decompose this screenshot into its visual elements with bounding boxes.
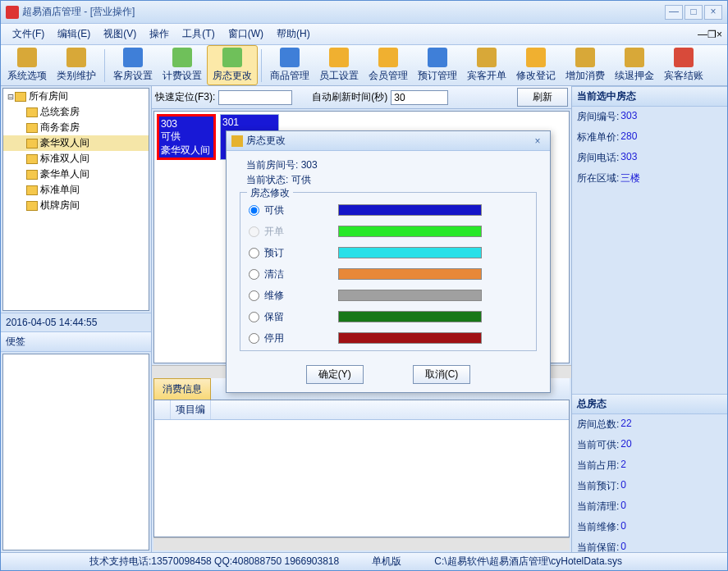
app-title: 超易酒店管理 - [营业操作] <box>22 5 135 19</box>
grid-scrollbar[interactable] <box>153 537 570 550</box>
room-card-selected[interactable]: 303 可供 豪华双人间 <box>157 114 216 160</box>
toolbar-1[interactable]: 类别维护 <box>52 46 101 85</box>
mdi-close-button[interactable]: × <box>717 29 722 40</box>
status-radio[interactable] <box>249 205 259 216</box>
dialog-close-button[interactable]: × <box>530 135 545 147</box>
status-option-5[interactable]: 保留 <box>249 306 528 327</box>
room-tree[interactable]: ⊟ 所有房间 总统套房商务套房豪华双人间标准双人间豪华单人间标准单间棋牌房间 <box>2 88 149 311</box>
status-option-6[interactable]: 停用 <box>249 327 528 349</box>
toolbar-0[interactable]: 系统选项 <box>2 46 52 85</box>
auto-refresh-input[interactable] <box>391 90 448 105</box>
dialog-icon <box>231 135 243 147</box>
folder-icon <box>26 107 38 117</box>
tree-node[interactable]: 豪华双人间 <box>3 135 149 151</box>
tree-node[interactable]: 豪华单人间 <box>3 167 149 182</box>
color-swatch <box>338 226 482 237</box>
menu-edit[interactable]: 编辑(E) <box>51 25 97 43</box>
grid-col-0: 项目编 <box>171 400 211 419</box>
toolbar-12[interactable]: 续退押金 <box>610 46 659 85</box>
toolbar-2[interactable]: 客房设置 <box>108 46 158 85</box>
status-option-0[interactable]: 可供 <box>249 199 528 221</box>
tree-root[interactable]: ⊟ 所有房间 <box>3 89 149 104</box>
status-radio[interactable] <box>249 248 259 258</box>
toolbar-10[interactable]: 修改登记 <box>511 46 561 85</box>
right-panel: 当前选中房态 房间编号:303标准单价:280房间电话:303所在区域:三楼 总… <box>571 86 727 552</box>
folder-icon <box>26 170 38 180</box>
menu-tools[interactable]: 工具(T) <box>176 25 221 43</box>
status-path: C:\超易软件\超易酒店管理\cyHotelData.sys <box>434 555 622 569</box>
toolbar-icon <box>575 48 595 67</box>
dialog-ok-button[interactable]: 确定(Y) <box>306 365 364 384</box>
left-panel: ⊟ 所有房间 总统套房商务套房豪华双人间标准双人间豪华单人间标准单间棋牌房间 2… <box>1 86 152 552</box>
status-mode: 单机版 <box>372 555 401 569</box>
total-row: 当前占用:2 <box>572 455 727 476</box>
status-option-1: 开单 <box>249 221 528 242</box>
toolbar-11[interactable]: 增加消费 <box>561 46 610 85</box>
info-row: 房间电话:303 <box>572 148 727 168</box>
status-option-4[interactable]: 维修 <box>249 285 528 306</box>
toolbar-13[interactable]: 宾客结账 <box>659 46 708 85</box>
color-swatch <box>338 290 482 301</box>
tree-node[interactable]: 总统套房 <box>3 104 149 120</box>
minimize-button[interactable]: — <box>665 5 683 20</box>
mdi-restore-button[interactable]: ❐ <box>707 29 717 40</box>
folder-icon <box>26 139 38 148</box>
timestamp: 2016-04-05 14:44:55 <box>1 313 151 331</box>
refresh-button[interactable]: 刷新 <box>517 88 568 107</box>
menu-file[interactable]: 文件(F) <box>6 25 51 43</box>
quick-locate-input[interactable] <box>218 90 292 105</box>
status-radio[interactable] <box>249 290 259 301</box>
note-area[interactable] <box>2 354 149 550</box>
toolbar-7[interactable]: 会员管理 <box>364 46 413 85</box>
toolbar-icon <box>477 48 497 67</box>
toolbar-icon <box>172 48 192 67</box>
status-option-3[interactable]: 清洁 <box>249 263 528 285</box>
info-row: 房间编号:303 <box>572 107 727 127</box>
toolbar-5[interactable]: 商品管理 <box>265 46 314 85</box>
toolbar-6[interactable]: 员工设置 <box>314 46 364 85</box>
mdi-minimize-button[interactable]: — <box>698 29 707 40</box>
maximize-button[interactable]: □ <box>685 5 703 20</box>
app-icon <box>6 6 19 19</box>
toolbar-4[interactable]: 房态更改 <box>207 45 258 85</box>
consume-grid[interactable]: 项目编 <box>153 400 570 537</box>
toolbar-8[interactable]: 预订管理 <box>413 46 462 85</box>
menu-help[interactable]: 帮助(H) <box>270 25 317 43</box>
toolbar-icon <box>123 48 143 67</box>
titlebar: 超易酒店管理 - [营业操作] — □ × <box>1 1 727 24</box>
tree-node[interactable]: 标准单间 <box>3 182 149 198</box>
color-swatch <box>338 332 482 344</box>
dialog-title: 房态更改 <box>246 134 530 148</box>
dialog-titlebar[interactable]: 房态更改 × <box>227 131 550 151</box>
info-row: 标准单价:280 <box>572 127 727 148</box>
menu-view[interactable]: 视图(V) <box>97 25 143 43</box>
toolbar-icon <box>66 48 86 67</box>
toolbar-icon <box>329 48 349 67</box>
auto-refresh-label: 自动刷新时间(秒) <box>312 90 387 104</box>
toolbar-9[interactable]: 宾客开单 <box>462 46 511 85</box>
status-radio[interactable] <box>249 312 259 322</box>
folder-icon <box>26 185 38 195</box>
status-radio[interactable] <box>249 269 259 280</box>
dialog-cancel-button[interactable]: 取消(C) <box>413 365 471 384</box>
tree-node[interactable]: 商务套房 <box>3 120 149 135</box>
quickbar: 快速定位(F3): 自动刷新时间(秒) 刷新 <box>152 86 571 109</box>
status-radio[interactable] <box>249 333 259 344</box>
tree-node[interactable]: 棋牌房间 <box>3 198 149 213</box>
toolbar-icon <box>625 48 644 67</box>
folder-icon <box>26 201 38 211</box>
toolbar-icon <box>674 48 694 67</box>
menu-operate[interactable]: 操作 <box>143 25 176 43</box>
toolbar-3[interactable]: 计费设置 <box>158 46 207 85</box>
total-row: 当前可供:20 <box>572 435 727 455</box>
room-status-dialog: 房态更改 × 当前房间号: 303 当前状态: 可供 房态修改 可供开单预订清洁… <box>226 130 551 393</box>
total-row: 房间总数:22 <box>572 414 727 435</box>
close-button[interactable]: × <box>704 5 722 20</box>
quick-locate-label: 快速定位(F3): <box>155 90 215 104</box>
status-option-2[interactable]: 预订 <box>249 242 528 263</box>
consume-tab[interactable]: 消费信息 <box>153 378 211 400</box>
folder-icon <box>26 123 38 133</box>
menubar: 文件(F) 编辑(E) 视图(V) 操作 工具(T) 窗口(W) 帮助(H) —… <box>1 24 727 45</box>
menu-window[interactable]: 窗口(W) <box>222 25 270 43</box>
tree-node[interactable]: 标准双人间 <box>3 151 149 167</box>
